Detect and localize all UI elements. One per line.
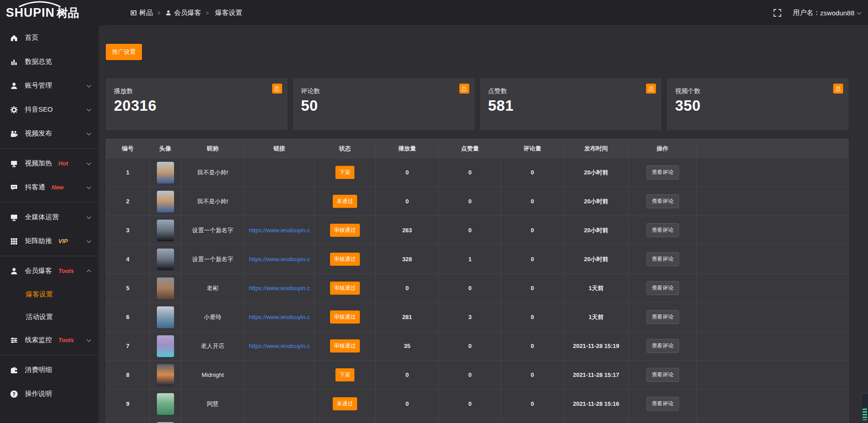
stat-value: 350 [675, 97, 841, 114]
home-icon [10, 34, 18, 42]
row-id: 8 [126, 371, 129, 378]
view-comments-button[interactable]: 查看评论 [646, 397, 679, 411]
logo-text-en: SHUPIN [6, 6, 55, 20]
total-badge: 总 [646, 84, 656, 94]
breadcrumb-item[interactable]: 爆客设置 [215, 9, 242, 17]
plays-cell: 0 [406, 285, 409, 291]
table-row [106, 418, 849, 423]
column-header: 播放量 [376, 139, 439, 158]
view-comments-button[interactable]: 查看评论 [646, 310, 679, 324]
status-badge[interactable]: 下架 [335, 368, 354, 381]
table-row: 6小爱玲https://www.iesdouyin.c审核通过281301天前查… [106, 303, 849, 332]
sidebar-subitem-baoke-settings[interactable]: 爆客设置 [0, 283, 99, 306]
total-badge: 总 [459, 84, 469, 94]
grid-icon [10, 237, 18, 245]
likes-cell: 0 [468, 285, 472, 291]
row-id: 7 [126, 343, 129, 349]
video-link[interactable]: https://www.iesdouyin.c [249, 343, 310, 349]
publish-time-cell: 2021-11-28 15:17 [573, 371, 619, 378]
wallet-icon [10, 366, 18, 374]
sidebar-item-douketong[interactable]: 抖客通New [0, 175, 99, 199]
stat-value: 581 [488, 97, 655, 114]
filler-cell [697, 245, 849, 274]
sidebar: SHUPIN 树品 首页数据总览账号管理抖音SEO视频发布视频加热Hot抖客通N… [0, 0, 99, 423]
view-comments-button[interactable]: 查看评论 [646, 368, 679, 382]
floating-contact-widget[interactable] [861, 393, 868, 422]
chevron-down-icon [857, 10, 862, 14]
breadcrumb-separator: > [206, 10, 209, 16]
column-header: 头像 [150, 139, 181, 158]
sliders-icon [10, 336, 18, 344]
stat-label: 评论数 [301, 87, 467, 95]
sidebar-item-data-overview[interactable]: 数据总览 [0, 50, 99, 74]
sidebar-item-media-operation[interactable]: 全媒体运营 [0, 205, 99, 229]
view-comments-button[interactable]: 查看评论 [646, 252, 679, 266]
view-comments-button[interactable]: 查看评论 [646, 223, 679, 237]
publish-time-cell: 20小时前 [584, 256, 608, 263]
fullscreen-icon[interactable] [774, 9, 781, 17]
sidebar-item-video-publish[interactable]: 视频发布 [0, 122, 99, 146]
brand-logo[interactable]: SHUPIN 树品 [0, 0, 99, 26]
user-menu[interactable]: 用户名：zswodun88 [793, 9, 861, 17]
chat-icon [10, 183, 18, 192]
sidebar-subitem-activity-settings[interactable]: 活动设置 [0, 306, 99, 328]
sidebar-item-account-manage[interactable]: 账号管理 [0, 74, 99, 98]
row-id: 5 [126, 285, 129, 291]
table-row: 9阿慧未通过0002021-11-28 15:16查看评论 [106, 390, 849, 418]
status-badge[interactable]: 未通过 [333, 397, 357, 410]
avatar [157, 393, 174, 415]
status-badge[interactable]: 审核通过 [330, 339, 360, 352]
chevron-down-icon [87, 238, 91, 243]
video-link[interactable]: https://www.iesdouyin.c [249, 314, 310, 320]
promo-settings-button[interactable]: 推广设置 [106, 44, 142, 60]
video-link[interactable]: https://www.iesdouyin.c [249, 227, 310, 234]
video-link[interactable]: https://www.iesdouyin.c [249, 285, 310, 291]
stat-card: 评论数50总 [293, 78, 475, 130]
tag-new: New [52, 184, 64, 191]
sidebar-item-video-heat[interactable]: 视频加热Hot [0, 151, 99, 175]
view-comments-button[interactable]: 查看评论 [646, 339, 679, 353]
plays-cell: 281 [402, 314, 412, 320]
likes-cell: 0 [468, 227, 472, 234]
sidebar-item-home[interactable]: 首页 [0, 26, 99, 50]
status-badge[interactable]: 审核通过 [330, 253, 360, 266]
sidebar-menu: 首页数据总览账号管理抖音SEO视频发布视频加热Hot抖客通New全媒体运营矩阵助… [0, 26, 99, 406]
status-badge[interactable]: 审核通过 [330, 310, 360, 324]
video-link[interactable]: https://www.iesdouyin.c [249, 256, 310, 263]
view-comments-button[interactable]: 查看评论 [646, 165, 679, 179]
view-comments-button[interactable]: 查看评论 [646, 194, 679, 208]
status-badge[interactable]: 未通过 [333, 195, 357, 208]
sidebar-item-member-baoke[interactable]: 会员爆客Tools [0, 259, 99, 283]
comments-cell: 0 [531, 198, 534, 205]
sidebar-item-clue-monitor[interactable]: 线索监控Tools [0, 328, 99, 352]
main-content: 推广设置 播放数20316总评论数50总点赞数581总视频个数350总 编号头像… [99, 26, 868, 423]
view-comments-button[interactable]: 查看评论 [646, 281, 679, 295]
table-row: 1我不是小帅!下架00020小时前查看评论 [106, 158, 849, 187]
comments-cell: 0 [531, 256, 534, 263]
sidebar-divider [0, 256, 99, 256]
total-badge: 总 [272, 84, 282, 94]
likes-cell: 0 [468, 198, 472, 205]
sidebar-item-expense-detail[interactable]: 消费明细 [0, 358, 99, 382]
publish-time-cell: 1天前 [589, 285, 604, 291]
avatar [157, 306, 174, 328]
status-badge[interactable]: 审核通过 [330, 224, 360, 237]
filler-cell [697, 303, 849, 332]
sidebar-item-operation-guide[interactable]: ?操作说明 [0, 382, 99, 406]
sidebar-divider [0, 202, 99, 202]
status-badge[interactable]: 下架 [335, 166, 354, 179]
stat-card: 播放数20316总 [106, 78, 288, 130]
username-label: 用户名： [793, 9, 820, 17]
stats-row: 播放数20316总评论数50总点赞数581总视频个数350总 [106, 78, 849, 130]
column-header: 操作 [629, 139, 697, 158]
breadcrumb-item[interactable]: 会员爆客 [165, 9, 201, 17]
table-row: 2我不是小帅!未通过00020小时前查看评论 [106, 187, 849, 216]
sidebar-item-matrix-boost[interactable]: 矩阵助推VIP [0, 229, 99, 253]
sidebar-item-douyin-seo[interactable]: 抖音SEO [0, 98, 99, 122]
avatar [157, 277, 174, 299]
comments-cell: 0 [531, 285, 534, 291]
nickname-cell: 小爱玲 [181, 303, 245, 332]
dashboard-icon [130, 9, 137, 16]
status-badge[interactable]: 审核通过 [330, 282, 360, 295]
breadcrumb-item[interactable]: 树品 [130, 9, 153, 17]
